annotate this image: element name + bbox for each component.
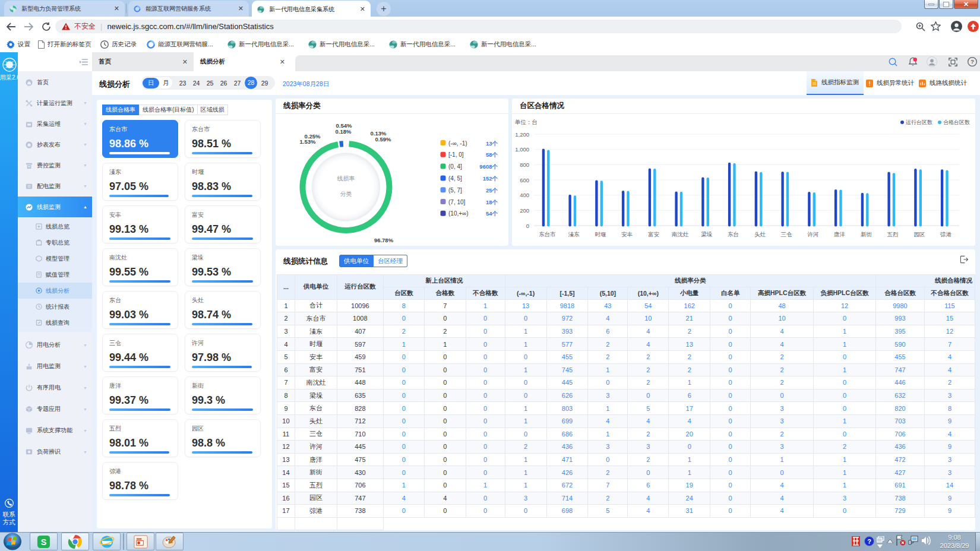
svg-text:安丰: 安丰 xyxy=(621,231,633,238)
svg-text:(5, 7]: (5, 7] xyxy=(448,187,462,194)
svg-text:58个: 58个 xyxy=(486,151,498,158)
svg-text:9608个: 9608个 xyxy=(479,163,498,170)
svg-text:1.53%: 1.53% xyxy=(300,138,316,145)
svg-text:0.18%: 0.18% xyxy=(336,128,352,135)
svg-text:400: 400 xyxy=(520,192,529,198)
svg-text:(10,+∞): (10,+∞) xyxy=(448,210,469,217)
svg-text:园区: 园区 xyxy=(913,231,925,238)
svg-text:[-1, 0]: [-1, 0] xyxy=(448,151,464,158)
svg-text:新街: 新街 xyxy=(861,231,872,238)
svg-text:运行台区数: 运行台区数 xyxy=(906,119,932,125)
svg-text:东台市: 东台市 xyxy=(539,231,556,238)
svg-text:?: ? xyxy=(867,538,871,545)
svg-text:(-∞, -1): (-∞, -1) xyxy=(448,140,467,147)
svg-text:三仓: 三仓 xyxy=(781,231,793,238)
svg-text:600: 600 xyxy=(520,177,529,183)
svg-text:弶港: 弶港 xyxy=(940,231,952,238)
svg-text:唐洋: 唐洋 xyxy=(834,231,845,238)
svg-text:(7, 10]: (7, 10] xyxy=(448,199,466,205)
svg-text:1,200: 1,200 xyxy=(515,131,529,138)
svg-text:25个: 25个 xyxy=(486,187,498,194)
svg-text:许河: 许河 xyxy=(807,231,818,238)
svg-text:南沈灶: 南沈灶 xyxy=(672,231,689,238)
svg-text:时堰: 时堰 xyxy=(595,231,606,238)
svg-text:头灶: 头灶 xyxy=(754,231,766,238)
svg-text:152个: 152个 xyxy=(483,175,498,182)
svg-text:富安: 富安 xyxy=(648,231,660,238)
svg-text:溱东: 溱东 xyxy=(568,231,580,238)
svg-text:96.78%: 96.78% xyxy=(374,237,394,243)
svg-text:200: 200 xyxy=(520,207,529,214)
svg-text:(0, 4]: (0, 4] xyxy=(448,163,462,170)
svg-text:五烈: 五烈 xyxy=(887,231,899,238)
svg-text:(4, 5]: (4, 5] xyxy=(448,175,462,182)
svg-text:0: 0 xyxy=(526,223,529,229)
svg-text:分类: 分类 xyxy=(340,191,352,197)
svg-text:东台: 东台 xyxy=(728,231,739,238)
svg-text:单位：台: 单位：台 xyxy=(514,119,538,125)
svg-text:1,000: 1,000 xyxy=(515,146,529,153)
svg-text:梁垛: 梁垛 xyxy=(701,231,713,238)
svg-text:?: ? xyxy=(970,58,974,65)
svg-text:54个: 54个 xyxy=(486,210,498,217)
svg-text:13个: 13个 xyxy=(486,140,498,147)
svg-text:S: S xyxy=(41,537,47,546)
svg-text:线损率: 线损率 xyxy=(337,175,355,182)
svg-text:合格台区数: 合格台区数 xyxy=(943,119,970,125)
svg-text:18个: 18个 xyxy=(486,199,498,205)
svg-text:800: 800 xyxy=(520,162,529,168)
svg-text:0.59%: 0.59% xyxy=(375,136,391,142)
